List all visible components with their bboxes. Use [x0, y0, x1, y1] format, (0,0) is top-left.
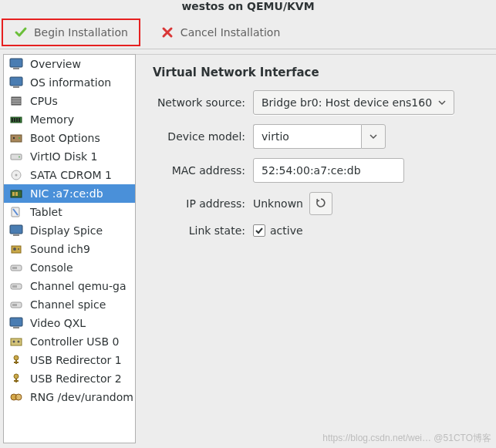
svg-rect-8 [16, 118, 18, 122]
device-icon [8, 335, 24, 349]
svg-rect-29 [12, 285, 17, 288]
device-icon [8, 316, 24, 330]
sidebar-item-usb-redirector-1[interactable]: USB Redirector 1 [4, 351, 135, 369]
begin-label: Begin Installation [34, 26, 128, 39]
network-source-value: Bridge br0: Host device ens160 [261, 96, 432, 109]
sidebar-item-label: SATA CDROM 1 [30, 169, 112, 181]
sidebar-item-label: NIC :a7:ce:db [30, 187, 103, 200]
sidebar-item-label: Channel qemu-ga [30, 280, 126, 292]
link-state-label: Link state: [153, 224, 253, 237]
sidebar-item-label: Controller USB 0 [30, 335, 119, 348]
svg-rect-10 [11, 135, 22, 142]
sidebar-item-os-information[interactable]: OS information [4, 73, 135, 92]
sidebar-item-label: Channel spice [30, 298, 106, 311]
sidebar-item-channel-qemu-ga[interactable]: Channel qemu-ga [4, 277, 135, 295]
svg-rect-3 [13, 86, 19, 88]
device-icon [8, 242, 24, 256]
link-state-checkbox[interactable]: active [253, 224, 303, 237]
device-icon [8, 261, 24, 275]
sidebar-item-rng-dev-urandom[interactable]: RNG /dev/urandom [4, 388, 135, 406]
svg-point-16 [15, 174, 18, 177]
svg-point-35 [13, 341, 15, 343]
sidebar-item-usb-redirector-2[interactable]: USB Redirector 2 [4, 369, 135, 388]
sidebar-item-label: VirtIO Disk 1 [30, 150, 97, 163]
sidebar-item-tablet[interactable]: Tablet [4, 203, 135, 221]
sidebar-item-label: USB Redirector 1 [30, 354, 122, 366]
sidebar-item-virtio-disk-1[interactable]: VirtIO Disk 1 [4, 147, 135, 166]
mac-address-input[interactable] [253, 158, 404, 183]
svg-rect-32 [10, 318, 22, 326]
sidebar-item-label: Overview [30, 58, 81, 70]
svg-rect-18 [12, 192, 15, 196]
sidebar-item-display-spice[interactable]: Display Spice [4, 221, 135, 240]
svg-rect-1 [13, 68, 19, 69]
svg-rect-33 [13, 327, 19, 328]
sidebar-item-label: Tablet [30, 206, 62, 218]
network-source-dropdown[interactable]: Bridge br0: Host device ens160 [253, 90, 454, 115]
sidebar-item-sata-cdrom-1[interactable]: SATA CDROM 1 [4, 166, 135, 184]
cancel-installation-button[interactable]: Cancel Installation [150, 19, 291, 46]
svg-rect-31 [12, 304, 17, 306]
device-icon [8, 57, 24, 71]
panel-heading: Virtual Network Interface [153, 66, 487, 79]
sidebar-item-label: RNG /dev/urandom [30, 391, 133, 403]
device-model-combo[interactable]: virtio [253, 124, 386, 149]
svg-point-36 [18, 341, 20, 343]
device-icon [8, 94, 24, 108]
svg-rect-27 [12, 267, 17, 269]
device-icon [8, 113, 24, 126]
sidebar-item-video-qxl[interactable]: Video QXL [4, 314, 135, 332]
svg-rect-23 [12, 246, 21, 253]
sidebar-item-label: Video QXL [30, 317, 86, 329]
svg-rect-34 [11, 339, 22, 345]
device-icon [8, 187, 24, 200]
device-model-chevron[interactable] [361, 124, 386, 149]
refresh-ip-button[interactable] [309, 192, 332, 215]
link-state-text: active [270, 224, 303, 237]
ip-address-label: IP address: [153, 197, 253, 210]
toolbar: Begin Installation Cancel Installation [0, 15, 496, 49]
sidebar-item-label: Display Spice [30, 224, 103, 237]
cancel-icon [160, 25, 174, 39]
window-title: westos on QEMU/KVM [0, 0, 496, 15]
begin-installation-button[interactable]: Begin Installation [2, 19, 140, 46]
svg-point-11 [19, 137, 20, 139]
sidebar-item-cpus[interactable]: CPUs [4, 92, 135, 110]
details-panel: Virtual Network Interface Network source… [136, 54, 496, 448]
sidebar-item-channel-spice[interactable]: Channel spice [4, 295, 135, 314]
sidebar-item-label: Console [30, 261, 73, 274]
sidebar-item-sound-ich9[interactable]: Sound ich9 [4, 240, 135, 258]
device-icon [8, 279, 24, 293]
network-source-label: Network source: [153, 96, 253, 109]
sidebar-item-memory[interactable]: Memory [4, 110, 135, 129]
sidebar-item-boot-options[interactable]: Boot Options [4, 129, 135, 147]
device-icon [8, 205, 24, 219]
svg-point-14 [19, 157, 20, 158]
svg-point-37 [14, 355, 19, 360]
device-icon [8, 150, 24, 163]
svg-rect-7 [14, 118, 15, 122]
sidebar-item-label: CPUs [30, 95, 58, 107]
sidebar-item-overview[interactable]: Overview [4, 55, 135, 73]
sidebar-item-nic-a7-ce-db[interactable]: NIC :a7:ce:db [4, 184, 135, 203]
svg-rect-6 [12, 118, 13, 122]
device-icon [8, 372, 24, 386]
sidebar-item-label: Sound ich9 [30, 243, 90, 255]
sidebar-item-console[interactable]: Console [4, 258, 135, 277]
svg-point-24 [13, 248, 16, 251]
sidebar-item-label: Boot Options [30, 132, 100, 144]
device-icon [8, 298, 24, 312]
sidebar-item-controller-usb-0[interactable]: Controller USB 0 [4, 332, 135, 351]
svg-rect-21 [10, 225, 22, 234]
svg-rect-19 [15, 192, 18, 196]
sidebar-item-label: Memory [30, 113, 74, 126]
device-icon [8, 168, 24, 182]
svg-rect-0 [10, 59, 22, 67]
device-icon [8, 224, 24, 237]
svg-rect-22 [13, 234, 19, 236]
device-sidebar[interactable]: OverviewOS informationCPUsMemoryBoot Opt… [3, 54, 136, 443]
svg-point-40 [15, 394, 22, 400]
svg-rect-2 [10, 77, 22, 86]
checkbox-checked-icon [253, 224, 265, 237]
svg-rect-9 [19, 118, 20, 122]
